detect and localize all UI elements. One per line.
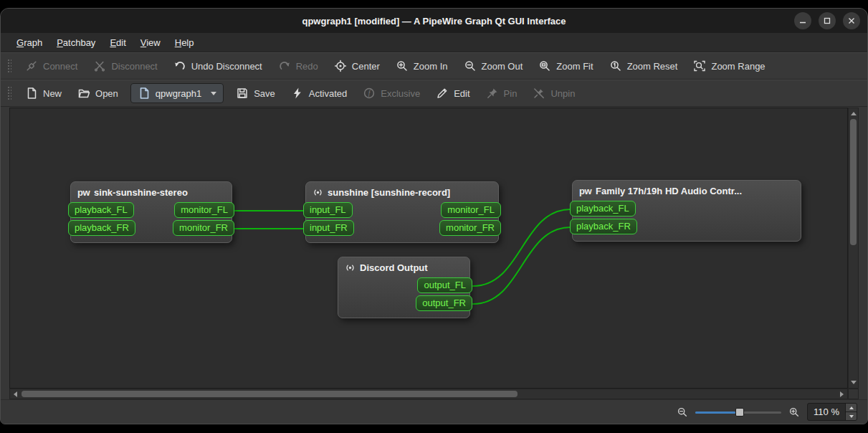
- port-input[interactable]: input_FL: [303, 202, 353, 218]
- zoom-step-up-button[interactable]: [846, 404, 857, 412]
- graph-toolbar: Connect Disconnect Undo Disconnect Redo …: [1, 52, 867, 80]
- pipewire-icon: pw: [579, 186, 591, 196]
- arrow-right-icon: [840, 391, 844, 397]
- patchbay-select-value: qpwgraph1: [156, 88, 201, 99]
- vertical-scroll-track[interactable]: [849, 119, 858, 377]
- node-discord-output[interactable]: Discord Output output_FL output_FR: [338, 257, 470, 318]
- zoom-slider[interactable]: [695, 406, 781, 418]
- unpin-button[interactable]: Unpin: [525, 82, 583, 104]
- zoom-out-icon[interactable]: [677, 406, 688, 418]
- audio-app-icon: [345, 262, 356, 273]
- patchbay-file-icon: [138, 87, 151, 100]
- new-patchbay-button[interactable]: New: [17, 82, 70, 104]
- node-sunshine[interactable]: sunshine [sunshine-record] input_FL inpu…: [305, 181, 499, 243]
- graph-canvas[interactable]: pw sink-sunshine-stereo playback_FL play…: [9, 108, 848, 389]
- titlebar: qpwgraph1 [modified] — A PipeWire Graph …: [1, 9, 867, 33]
- edit-patchbay-button[interactable]: Edit: [428, 82, 477, 104]
- pencil-icon: [436, 87, 449, 100]
- arrow-down-icon: [849, 415, 854, 418]
- toolbar-handle[interactable]: [7, 85, 11, 101]
- horizontal-scroll-thumb[interactable]: [22, 391, 518, 397]
- vertical-scroll-thumb[interactable]: [850, 119, 857, 245]
- zoom-reset-button[interactable]: Zoom Reset: [601, 55, 686, 77]
- undo-disconnect-button[interactable]: Undo Disconnect: [166, 55, 270, 77]
- save-patchbay-button[interactable]: Save: [228, 82, 283, 104]
- port-input[interactable]: playback_FL: [68, 202, 134, 218]
- close-icon: [848, 17, 855, 24]
- redo-button[interactable]: Redo: [270, 55, 326, 77]
- zoom-out-button[interactable]: Zoom Out: [456, 55, 531, 77]
- port-output[interactable]: output_FR: [416, 295, 472, 311]
- scrollbar-corner: [848, 389, 859, 399]
- center-label: Center: [352, 61, 380, 72]
- port-input[interactable]: playback_FR: [570, 219, 637, 234]
- scroll-down-button[interactable]: [849, 377, 858, 388]
- zoom-in-icon[interactable]: [788, 406, 800, 418]
- zoom-in-button[interactable]: Zoom In: [388, 55, 456, 77]
- port-output[interactable]: monitor_FR: [439, 220, 501, 236]
- port-input[interactable]: input_FR: [303, 220, 354, 236]
- exclusive-label: Exclusive: [381, 88, 420, 99]
- pin-label: Pin: [504, 88, 518, 99]
- arrow-up-icon: [851, 112, 857, 115]
- activated-label: Activated: [309, 88, 347, 99]
- horizontal-scrollbar: [9, 389, 848, 399]
- node-title: sunshine [sunshine-record]: [328, 187, 450, 198]
- port-output[interactable]: monitor_FL: [441, 202, 501, 218]
- lightning-icon: [291, 87, 304, 100]
- zoom-value[interactable]: 110 %: [808, 404, 845, 420]
- pin-button[interactable]: Pin: [478, 82, 525, 104]
- zoom-range-button[interactable]: Zoom Range: [685, 55, 773, 77]
- zoom-fit-button[interactable]: Zoom Fit: [530, 55, 601, 77]
- disconnect-button[interactable]: Disconnect: [85, 55, 165, 77]
- center-button[interactable]: Center: [326, 55, 388, 77]
- minimize-button[interactable]: [794, 12, 811, 29]
- zoom-step-down-button[interactable]: [846, 412, 857, 420]
- zoom-spinbox[interactable]: 110 %: [807, 403, 857, 421]
- menu-view[interactable]: View: [133, 34, 168, 51]
- horizontal-scroll-track[interactable]: [21, 389, 836, 399]
- menu-help[interactable]: Help: [168, 34, 201, 51]
- port-input[interactable]: playback_FL: [570, 201, 636, 217]
- scroll-right-button[interactable]: [836, 389, 847, 399]
- undo-disconnect-label: Undo Disconnect: [191, 61, 262, 72]
- port-output[interactable]: monitor_FR: [173, 220, 234, 236]
- zoom-out-label: Zoom Out: [482, 61, 523, 72]
- port-output[interactable]: monitor_FL: [174, 202, 234, 218]
- new-file-icon: [25, 87, 38, 100]
- exclusive-toggle[interactable]: f Exclusive: [355, 82, 428, 104]
- toolbar-handle[interactable]: [7, 58, 11, 74]
- redo-icon: [278, 60, 291, 72]
- menu-graph[interactable]: Graph: [9, 34, 49, 51]
- node-header: pw Family 17h/19h HD Audio Contr...: [573, 181, 801, 199]
- scroll-up-button[interactable]: [849, 108, 858, 119]
- minimize-icon: [799, 17, 806, 24]
- menu-edit[interactable]: Edit: [102, 34, 133, 51]
- node-family-hd-audio[interactable]: pw Family 17h/19h HD Audio Contr... play…: [572, 180, 801, 242]
- port-input[interactable]: playback_FR: [68, 220, 135, 236]
- vertical-scrollbar: [848, 108, 859, 389]
- node-header: pw sink-sunshine-stereo: [71, 182, 232, 201]
- svg-text:f: f: [368, 90, 371, 97]
- connect-button[interactable]: Connect: [17, 55, 85, 77]
- patchbay-select[interactable]: qpwgraph1: [130, 83, 224, 103]
- zoom-slider-handle[interactable]: [735, 408, 744, 417]
- port-output[interactable]: output_FL: [417, 277, 472, 293]
- connection-wires: [10, 108, 847, 388]
- zoom-spin-buttons: [845, 404, 857, 420]
- maximize-button[interactable]: [819, 12, 836, 29]
- audio-app-icon: [313, 187, 323, 198]
- unpin-icon: [533, 87, 545, 100]
- close-button[interactable]: [843, 12, 860, 29]
- open-patchbay-button[interactable]: Open: [70, 82, 126, 104]
- window-controls: [794, 12, 860, 29]
- scroll-left-button[interactable]: [10, 389, 21, 399]
- activated-toggle[interactable]: Activated: [283, 82, 355, 104]
- arrow-left-icon: [14, 391, 17, 397]
- menu-patchbay[interactable]: Patchbay: [49, 34, 102, 51]
- window-title: qpwgraph1 [modified] — A PipeWire Graph …: [302, 16, 566, 27]
- arrow-down-icon: [851, 381, 857, 384]
- node-sink-sunshine-stereo[interactable]: pw sink-sunshine-stereo playback_FL play…: [70, 181, 232, 243]
- zoom-fit-icon: [538, 60, 551, 72]
- save-label: Save: [254, 88, 275, 99]
